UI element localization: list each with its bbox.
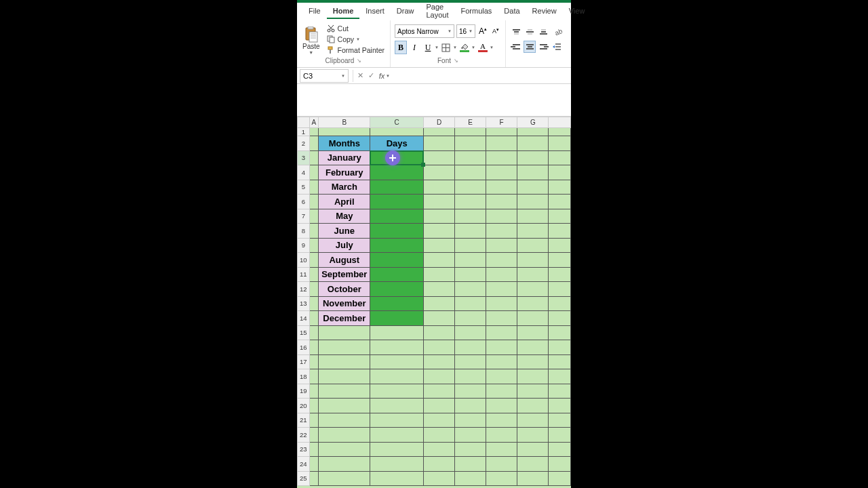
row-header-18[interactable]: 18 [298, 369, 310, 384]
align-right-button[interactable] [537, 41, 549, 53]
font-name-select[interactable]: Aptos Narrow ▼ [395, 24, 454, 38]
cell[interactable] [319, 340, 370, 355]
cell[interactable] [370, 471, 423, 486]
cell[interactable] [309, 471, 319, 486]
orientation-button[interactable]: ab [551, 26, 566, 38]
cell[interactable] [309, 384, 319, 399]
cell-days[interactable] [370, 209, 423, 224]
cell[interactable] [549, 267, 571, 282]
cell[interactable] [309, 369, 319, 384]
tab-review[interactable]: Review [526, 4, 563, 19]
col-header-E[interactable]: E [455, 117, 486, 128]
chevron-down-icon[interactable]: ▼ [309, 50, 313, 55]
underline-button[interactable]: U [422, 41, 434, 54]
name-box[interactable]: C3 ▼ [300, 69, 349, 83]
cell[interactable] [549, 457, 571, 472]
cell[interactable] [549, 238, 571, 253]
cell[interactable] [455, 150, 486, 165]
cell[interactable] [517, 325, 549, 340]
cell[interactable] [486, 354, 517, 369]
cell[interactable] [486, 384, 517, 399]
cell[interactable] [309, 282, 319, 297]
cell[interactable] [319, 413, 370, 428]
cell-days[interactable] [370, 296, 423, 311]
cell-days[interactable] [370, 195, 423, 209]
col-header-G[interactable]: G [517, 117, 549, 128]
cell[interactable] [455, 325, 486, 340]
cell[interactable] [309, 340, 319, 355]
cell[interactable] [309, 325, 319, 340]
cell[interactable] [549, 471, 571, 486]
row-header-9[interactable]: 9 [298, 238, 310, 253]
cell[interactable] [370, 442, 423, 457]
cell[interactable] [309, 311, 319, 326]
cell[interactable] [370, 325, 423, 340]
cell[interactable] [486, 442, 517, 457]
col-header-B[interactable]: B [319, 117, 370, 128]
cell[interactable] [423, 354, 454, 369]
chevron-down-icon[interactable]: ▼ [435, 45, 439, 49]
copy-button[interactable]: Copy ▼ [326, 35, 386, 44]
row-header-19[interactable]: 19 [298, 384, 310, 399]
cell[interactable] [309, 238, 319, 253]
cell[interactable] [486, 238, 517, 253]
cell[interactable] [549, 311, 571, 326]
cell-month[interactable]: July [319, 238, 370, 253]
cell[interactable] [423, 253, 454, 268]
chevron-down-icon[interactable]: ▼ [490, 45, 494, 49]
row-header-22[interactable]: 22 [298, 428, 310, 443]
col-header-F[interactable]: F [486, 117, 517, 128]
cell[interactable] [517, 128, 549, 136]
worksheet-grid[interactable]: A B C D E F G 12MonthsDays3January4Febru… [297, 117, 571, 488]
cell[interactable] [517, 282, 549, 297]
fill-color-button[interactable] [458, 41, 471, 54]
col-header-H[interactable] [549, 117, 571, 128]
cell[interactable] [423, 325, 454, 340]
cell[interactable] [486, 224, 517, 239]
row-header-6[interactable]: 6 [298, 195, 310, 209]
cell[interactable] [455, 471, 486, 486]
cell[interactable] [455, 180, 486, 195]
cell[interactable] [423, 457, 454, 472]
row-header-8[interactable]: 8 [298, 224, 310, 239]
cell[interactable] [319, 354, 370, 369]
cell-days[interactable] [370, 165, 423, 180]
cell[interactable] [423, 369, 454, 384]
cell[interactable] [309, 267, 319, 282]
font-size-select[interactable]: 16 ▼ [456, 24, 475, 38]
cell[interactable] [423, 384, 454, 399]
cell[interactable] [517, 136, 549, 151]
dialog-launcher-icon[interactable]: ↘ [357, 58, 361, 64]
row-header-2[interactable]: 2 [298, 136, 310, 151]
cell[interactable] [486, 150, 517, 165]
cell[interactable] [455, 311, 486, 326]
cell[interactable] [486, 471, 517, 486]
cell[interactable] [455, 413, 486, 428]
cell[interactable] [486, 311, 517, 326]
cell[interactable] [423, 150, 454, 165]
cell[interactable] [455, 354, 486, 369]
row-header-24[interactable]: 24 [298, 457, 310, 472]
cell[interactable] [517, 428, 549, 443]
cell[interactable] [319, 399, 370, 413]
cell[interactable] [455, 195, 486, 209]
cell[interactable] [309, 195, 319, 209]
cell[interactable] [549, 442, 571, 457]
cell[interactable] [319, 428, 370, 443]
cell[interactable] [517, 340, 549, 355]
cell[interactable] [486, 457, 517, 472]
cell[interactable] [309, 354, 319, 369]
cell[interactable] [309, 442, 319, 457]
cell[interactable] [423, 224, 454, 239]
formula-bar-expanded[interactable] [297, 84, 571, 117]
cell[interactable] [370, 340, 423, 355]
cell[interactable] [455, 384, 486, 399]
cell[interactable] [319, 471, 370, 486]
cell[interactable] [517, 311, 549, 326]
cell[interactable] [309, 428, 319, 443]
align-center-button[interactable] [524, 41, 536, 53]
select-all-corner[interactable] [298, 117, 310, 128]
cell[interactable] [486, 428, 517, 443]
chevron-down-icon[interactable]: ▼ [356, 37, 360, 41]
cell[interactable] [549, 165, 571, 180]
